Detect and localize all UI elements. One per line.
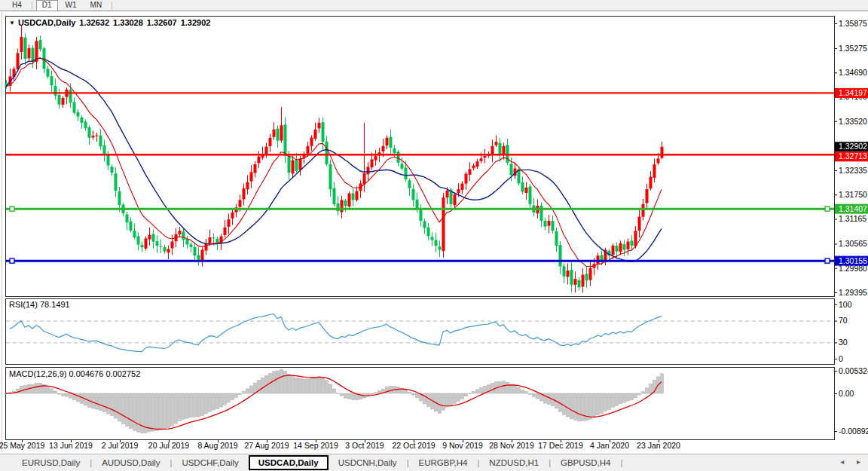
level-label-blue-text: 1.30155 [839, 256, 867, 265]
tab-scroll-left-icon[interactable]: ◂ [840, 457, 844, 466]
date-axis-label: 27 Aug 2019 [245, 441, 289, 450]
date-axis-label: 28 Nov 2019 [489, 441, 534, 450]
line-drag-handle[interactable] [10, 206, 14, 211]
timeframe-toolbar: H4 D1 W1 MN [0, 0, 868, 11]
y-axis-tick-label: 1.32335 [839, 166, 867, 175]
toolbar-divider [112, 2, 112, 10]
tab-scroll-right-icon[interactable]: ▸ [857, 457, 860, 466]
date-axis-label: 14 Sep 2019 [293, 441, 338, 450]
tab-scroll-arrows: ◂ ▸ [830, 457, 860, 466]
chart-canvas: 1.358751.352751.346901.341051.335201.323… [0, 0, 868, 453]
y-axis-tick-label: 1.31165 [839, 214, 866, 223]
line-drag-handle[interactable] [825, 258, 830, 263]
symbol-tab-bar: EURUSD,Daily | AUDUSD,Daily | USDCHF,Dai… [0, 454, 868, 471]
tab-usdcad-daily[interactable]: USDCAD,Daily [249, 455, 329, 470]
tab-eurusd-daily[interactable]: EURUSD,Daily [12, 457, 90, 469]
tab-divider: | [620, 458, 622, 467]
level-label-red-upper-text: 1.34197 [839, 88, 867, 97]
rsi-panel-frame [6, 299, 835, 365]
date-axis-label: 4 Jan 2020 [590, 441, 629, 450]
rsi-axis-tick-label: 0 [839, 354, 843, 363]
timeframe-button-w1[interactable]: W1 [60, 0, 83, 11]
date-axis-label: 9 Nov 2019 [442, 441, 483, 450]
macd-axis-tick-label: -0.008929 [839, 427, 868, 436]
timeframe-button-mn[interactable]: MN [84, 0, 108, 11]
date-axis-label: 23 Jan 2020 [637, 441, 680, 450]
macd-axis-tick-label: 0.00 [839, 389, 854, 398]
current-price-label-text: 1.32902 [839, 142, 867, 151]
y-axis-tick-label: 1.31750 [839, 190, 867, 199]
level-label-green-text: 1.31407 [839, 204, 867, 213]
toolbar-divider [32, 2, 32, 10]
rsi-axis-tick-label: 30 [839, 338, 848, 347]
rsi-axis-tick-label: 100 [839, 300, 852, 309]
y-axis-tick-label: 1.33520 [839, 117, 867, 126]
timeframe-button-h4[interactable]: H4 [6, 0, 28, 11]
date-axis-label: 20 Jul 2019 [148, 441, 189, 450]
rsi-indicator-label: RSI(14) 78.1491 [9, 300, 70, 309]
date-axis-label: 8 Aug 2019 [197, 441, 237, 450]
chart-title[interactable]: ▼USDCAD,Daily1.326321.330281.326071.3290… [9, 18, 210, 27]
tab-usdcnh-daily[interactable]: USDCNH,Daily [329, 457, 407, 469]
y-axis-tick-label: 1.30565 [839, 239, 867, 248]
ohlc-high: 1.33028 [113, 18, 143, 27]
macd-indicator-label: MACD(12,26,9) 0.004676 0.002752 [9, 369, 140, 378]
ohlc-close: 1.32902 [181, 18, 211, 27]
tab-gbpusd-h4[interactable]: GBPUSD,H4 [551, 457, 620, 469]
symbol-dropdown-icon[interactable]: ▼ [9, 20, 15, 26]
rsi-axis-tick-label: 70 [839, 316, 848, 325]
date-axis-label: 17 Dec 2019 [538, 441, 583, 450]
main-price-panel-frame [6, 17, 835, 297]
line-drag-handle[interactable] [10, 258, 14, 263]
y-axis-tick-label: 1.35275 [839, 44, 867, 53]
tab-nzdusd-h1[interactable]: NZDUSD,H1 [479, 457, 549, 469]
tab-eurgbp-h4[interactable]: EURGBP,H4 [408, 457, 477, 469]
date-axis-label: 3 Oct 2019 [345, 441, 384, 450]
ohlc-low: 1.32607 [147, 18, 177, 27]
date-axis-label: 25 May 2019 [0, 441, 45, 450]
timeframe-button-d1[interactable]: D1 [36, 0, 58, 11]
symbol-name: USDCAD,Daily [18, 18, 75, 27]
tab-audusd-daily[interactable]: AUDUSD,Daily [92, 457, 170, 469]
level-label-red-lower-text: 1.32713 [839, 151, 867, 161]
date-axis-label: 2 Jul 2019 [102, 441, 139, 450]
tab-usdchf-daily[interactable]: USDCHF,Daily [172, 457, 248, 469]
date-axis-label: 22 Oct 2019 [392, 441, 435, 450]
y-axis-tick-label: 1.34690 [839, 68, 867, 77]
date-axis-label: 13 Jun 2019 [49, 441, 93, 450]
y-axis-tick-label: 1.29395 [839, 288, 867, 297]
y-axis-tick-label: 1.35875 [839, 19, 867, 28]
ohlc-open: 1.32632 [79, 18, 109, 27]
line-drag-handle[interactable] [825, 206, 830, 211]
macd-axis-tick-label: 0.005324 [839, 366, 868, 375]
